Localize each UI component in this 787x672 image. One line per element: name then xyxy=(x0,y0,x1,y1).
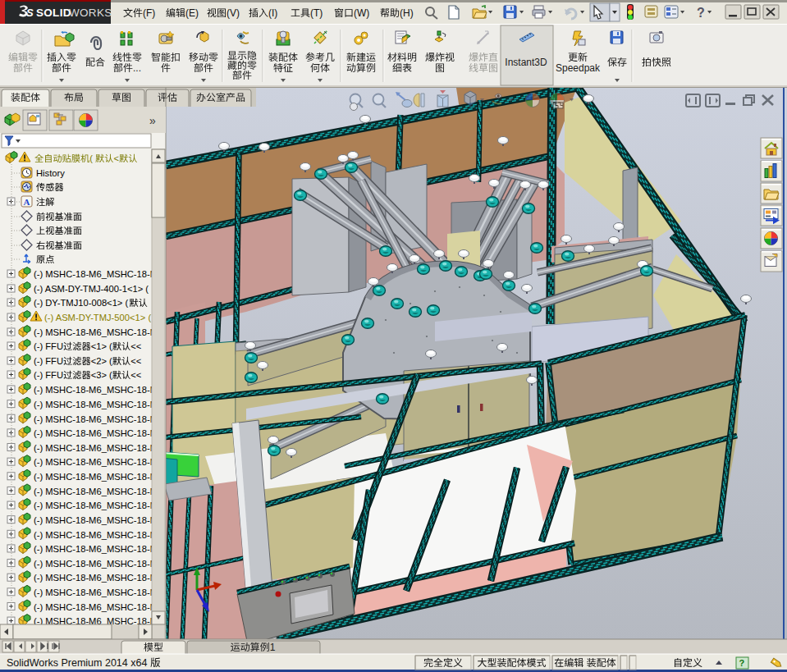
svg-text:History: History xyxy=(36,168,65,178)
svg-text:(W): (W) xyxy=(354,7,369,19)
svg-text:Speedpak: Speedpak xyxy=(556,62,601,74)
svg-text:(-) MSHC-18-M6_MSHC-18-M: (-) MSHC-18-M6_MSHC-18-M xyxy=(34,428,158,438)
svg-text:(T): (T) xyxy=(310,7,323,19)
svg-text:<<: << xyxy=(130,356,141,366)
svg-text:(-) MSHC-18-M6_MSHC-18-M: (-) MSHC-18-M6_MSHC-18-M xyxy=(34,544,158,554)
svg-text:(-) MSHC-18-M6_MSHC-18-M: (-) MSHC-18-M6_MSHC-18-M xyxy=(34,587,158,597)
svg-text:(-) MSHC-18-M6_MSHC-18-M: (-) MSHC-18-M6_MSHC-18-M xyxy=(34,487,158,496)
svg-text:(-) MSHC-18-M6_MSHC-18-M: (-) MSHC-18-M6_MSHC-18-M xyxy=(34,515,158,525)
svg-text:1: 1 xyxy=(270,642,276,653)
svg-text:<3> (: <3> ( xyxy=(91,370,112,380)
svg-text:(-) FFU: (-) FFU xyxy=(34,370,63,380)
svg-text:?: ? xyxy=(697,6,705,20)
svg-text:(: ( xyxy=(89,153,93,163)
svg-text:(-) ASM-DY-TMJ-500<1> (: (-) ASM-DY-TMJ-500<1> ( xyxy=(44,313,151,322)
svg-text:(-) MSHC-18-M6_MSHC-18-M: (-) MSHC-18-M6_MSHC-18-M xyxy=(34,414,158,424)
svg-text:<: < xyxy=(113,153,119,163)
svg-text:(H): (H) xyxy=(400,7,414,19)
svg-text:(I): (I) xyxy=(268,7,277,19)
svg-text:»: » xyxy=(149,114,156,127)
svg-text:(V): (V) xyxy=(226,7,240,19)
svg-text:<<: << xyxy=(130,341,141,351)
svg-text:<2> (: <2> ( xyxy=(91,356,112,366)
svg-text:(-) MSHC-18-M6_MSHC-18-M: (-) MSHC-18-M6_MSHC-18-M xyxy=(34,602,158,612)
svg-text:(F): (F) xyxy=(143,7,155,19)
svg-text:(-) MSHC-18-M6_MSHC-18-M: (-) MSHC-18-M6_MSHC-18-M xyxy=(34,573,158,583)
svg-text:(-) MSHC-18-M6_MSHC-18-M: (-) MSHC-18-M6_MSHC-18-M xyxy=(34,400,158,409)
svg-text:(-) MSHC-18-M6_MSHC-18-M: (-) MSHC-18-M6_MSHC-18-M xyxy=(34,327,158,337)
svg-text:?: ? xyxy=(739,658,745,668)
svg-text:(-) MSHC-18-M6_MSHC-18-M: (-) MSHC-18-M6_MSHC-18-M xyxy=(34,269,158,279)
svg-text:(-) MSHC-18-M6_MSHC-18-M: (-) MSHC-18-M6_MSHC-18-M xyxy=(34,457,158,467)
svg-text:<<: << xyxy=(130,370,141,380)
svg-text:(-) MSHC-18-M6_MSHC-18-M: (-) MSHC-18-M6_MSHC-18-M xyxy=(34,443,158,453)
svg-text:(-) FFU: (-) FFU xyxy=(34,341,63,351)
svg-text:(-) MSHC-18-M6_MSHC-18-M: (-) MSHC-18-M6_MSHC-18-M xyxy=(34,501,158,510)
svg-text:(-) MSHC-18-M6_MSHC-18-M: (-) MSHC-18-M6_MSHC-18-M xyxy=(34,559,158,569)
svg-text:(E): (E) xyxy=(185,7,199,19)
svg-text:(-) FFU: (-) FFU xyxy=(34,356,63,366)
svg-text:<1> (: <1> ( xyxy=(91,341,112,351)
svg-text:(-) ASM-DY-TMJ-400-1<1> (: (-) ASM-DY-TMJ-400-1<1> ( xyxy=(34,284,149,294)
svg-text:(-) DY-TMJ10-008<1> (: (-) DY-TMJ10-008<1> ( xyxy=(34,298,129,308)
svg-text:WORKS: WORKS xyxy=(69,7,112,19)
svg-text:...: ... xyxy=(133,62,141,74)
svg-text:SolidWorks Premium 2014 x64: SolidWorks Premium 2014 x64 xyxy=(7,657,147,669)
svg-text:(-) MSHC-18-M6_MSHC-18-M: (-) MSHC-18-M6_MSHC-18-M xyxy=(34,530,158,540)
svg-text:(-) MSHC-18-M6_MSHC-18-M: (-) MSHC-18-M6_MSHC-18-M xyxy=(34,472,158,482)
svg-text:(-) MSHC-18-M6_MSHC-18-M: (-) MSHC-18-M6_MSHC-18-M xyxy=(34,385,158,395)
svg-text:S: S xyxy=(26,7,34,19)
svg-text:A: A xyxy=(24,197,30,207)
svg-text:Instant3D: Instant3D xyxy=(505,57,547,68)
svg-text:*: * xyxy=(324,30,327,37)
svg-text:SOLID: SOLID xyxy=(36,7,71,19)
